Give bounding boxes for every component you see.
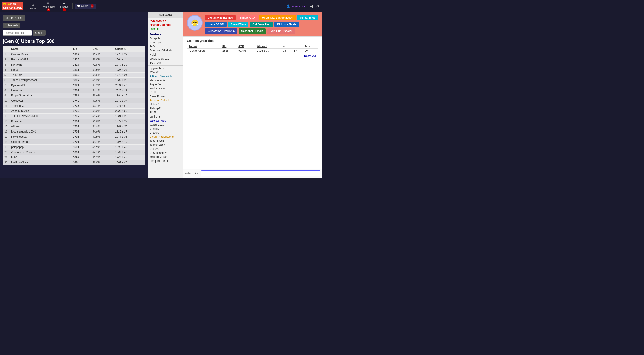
volume-button[interactable]: ◀ bbox=[309, 3, 314, 9]
table-row[interactable]: 12 Az to Kuro Alkz 1731 94.2% 2033 ± 60 bbox=[3, 109, 145, 114]
ladder-close-icon[interactable]: ✕ bbox=[62, 8, 66, 11]
list-item[interactable]: Enrique1 1parce bbox=[148, 159, 183, 163]
table-row[interactable]: 22 NotFalseNora 1691 89.5% 1907 ± 46 bbox=[3, 160, 145, 165]
table-row[interactable]: 19 palapapop 1699 88.9% 1893 ± 42 bbox=[3, 145, 145, 150]
gxe-cell: 92.5% bbox=[90, 62, 113, 67]
room-link-button[interactable]: Kickoff - Finals bbox=[274, 22, 299, 27]
glicko-cell: 1925 ± 39 bbox=[113, 52, 145, 57]
elo-header[interactable]: Elo bbox=[71, 46, 91, 52]
table-row[interactable]: 14 Blue chen 1706 85.0% 1827 ± 27 bbox=[3, 119, 145, 124]
list-item[interactable]: alexis noobie bbox=[148, 78, 183, 82]
table-row[interactable]: 2 Ropalme1914 1827 89.5% 1904 ± 34 bbox=[3, 57, 145, 62]
list-item[interactable]: awrhahwajta bbox=[148, 86, 183, 90]
table-row[interactable]: 10 Golu2002 1741 87.6% 1870 ± 37 bbox=[3, 98, 145, 103]
table-row[interactable]: 16 Mega zygarde-100% 1704 84.0% 1812 ± 2… bbox=[3, 129, 145, 134]
home-icon: ⌂ bbox=[32, 3, 34, 7]
list-item[interactable]: Charuru bbox=[148, 131, 183, 135]
list-item[interactable]: Bisharp22 bbox=[148, 107, 183, 111]
table-row[interactable]: 15 willcow 1705 91.9% 1961 ± 50 bbox=[3, 124, 145, 129]
list-item[interactable]: buni-chan bbox=[148, 115, 183, 119]
name-header[interactable]: Name bbox=[10, 46, 71, 52]
list-item[interactable]: Argon657 bbox=[148, 82, 183, 86]
tab-ubers[interactable]: 💬 Ubers ✕ bbox=[75, 4, 96, 9]
room-link-button[interactable]: Pentathlon - Round 4 bbox=[205, 29, 237, 34]
format-col-header[interactable]: Format bbox=[187, 44, 221, 49]
list-item[interactable]: b1chbo1 bbox=[148, 90, 183, 95]
room-link-button[interactable]: SS Samples bbox=[297, 15, 318, 20]
table-row[interactable]: 4 xdhf3 1813 92.9% 1985 ± 34 bbox=[3, 67, 145, 73]
list-item[interactable]: coonom2357 bbox=[148, 143, 183, 147]
table-row[interactable]: 8 icemaster 1765 94.1% 2023 ± 31 bbox=[3, 88, 145, 93]
glicko-col-header[interactable]: Glicko-1 bbox=[255, 44, 281, 49]
table-row[interactable]: 17 Holy Reduyan 1702 87.9% 1874 ± 36 bbox=[3, 134, 145, 139]
teambuilder-button[interactable]: ✏ Teambuilder ✕ bbox=[39, 0, 58, 12]
chat-input[interactable] bbox=[201, 170, 320, 176]
list-item[interactable]: 22aa22 bbox=[148, 70, 183, 74]
list-item[interactable]: +shrang bbox=[148, 27, 183, 31]
home-button[interactable]: ⌂ Home bbox=[27, 0, 39, 12]
table-row[interactable]: 7 KyogreF4N 1779 94.3% 2031 ± 40 bbox=[3, 83, 145, 88]
list-item[interactable]: EG Jhonx bbox=[148, 61, 183, 65]
list-item[interactable]: A Bread Sandwich bbox=[148, 74, 183, 78]
elo-cell: 1731 bbox=[71, 109, 91, 114]
table-row[interactable]: 18 Glorious Dream 1700 89.4% 1905 ± 49 bbox=[3, 139, 145, 145]
list-item[interactable]: chanmo bbox=[148, 127, 183, 131]
table-row[interactable]: 11 TheNoob3r 1732 91.1% 1941 ± 52 bbox=[3, 103, 145, 109]
table-row[interactable]: 13 THE PERMABANNED 1715 89.4% 1904 ± 36 bbox=[3, 114, 145, 119]
list-item[interactable]: cromagnet bbox=[148, 41, 183, 45]
format-list-button[interactable]: ◄ Format List bbox=[3, 15, 25, 21]
room-link-button[interactable]: Ubers SS VR bbox=[205, 22, 226, 27]
table-row[interactable]: 5 TrueNora 1811 92.5% 1975 ± 34 bbox=[3, 73, 145, 78]
room-link-button[interactable]: Ubers DLC2 Speculation bbox=[259, 15, 296, 20]
room-link-button[interactable]: Join Our Discord! bbox=[267, 29, 295, 34]
room-link-button[interactable]: Simple Q&A bbox=[237, 15, 258, 20]
gxe-cell: 94.2% bbox=[90, 109, 113, 114]
table-row[interactable]: 9 PurpleGatorade ♥ 1762 89.0% 1894 ± 25 bbox=[3, 93, 145, 98]
stats-w: 73 bbox=[281, 49, 292, 53]
list-item[interactable]: Spyro Chris bbox=[148, 66, 183, 70]
reset-wl-link[interactable]: Reset W/L bbox=[304, 54, 317, 58]
table-row[interactable]: 3 NoraF4N 1823 92.5% 1974 ± 29 bbox=[3, 62, 145, 67]
list-item[interactable]: Dr.Sandshrew bbox=[148, 151, 183, 155]
user-link[interactable]: 👤 calyrex rides bbox=[286, 5, 307, 8]
list-item[interactable]: BasedBurner bbox=[148, 95, 183, 99]
add-tab-button[interactable]: + bbox=[96, 4, 102, 9]
list-item[interactable]: Fc04 bbox=[148, 45, 183, 49]
list-item[interactable]: ~Catalystic ♥ bbox=[148, 19, 183, 23]
list-item[interactable]: Scrappie bbox=[148, 37, 183, 41]
room-link-button[interactable]: Old Gens Hub bbox=[250, 22, 273, 27]
ladder-button[interactable]: ≡ Ladder ✕ bbox=[58, 0, 70, 12]
elo-col-header[interactable]: Elo bbox=[221, 44, 236, 49]
gxe-col-header[interactable]: GXE bbox=[236, 44, 255, 49]
room-link-button[interactable]: Dynamax Is Banned bbox=[205, 15, 236, 20]
table-row[interactable]: 6 TannerFrmHghschool 1806 88.3% 1882 ± 3… bbox=[3, 78, 145, 83]
search-input[interactable] bbox=[3, 30, 32, 36]
room-link-button[interactable]: Seasonal - Finals bbox=[238, 29, 266, 34]
list-item[interactable]: ~PurpleGatorade bbox=[148, 23, 183, 27]
settings-button[interactable]: ⚙ bbox=[315, 3, 320, 9]
list-item[interactable]: Nalei bbox=[148, 53, 183, 57]
list-item[interactable]: coco753951 bbox=[148, 139, 183, 143]
list-item[interactable]: calyrex rides bbox=[148, 119, 183, 123]
list-item[interactable]: Cloud That Dragons bbox=[148, 135, 183, 139]
table-row[interactable]: 1 Calyrex Rides 1835 90.4% 1925 ± 39 bbox=[3, 52, 145, 57]
list-item[interactable]: TrueNora bbox=[148, 33, 183, 37]
room-link-button[interactable]: Speed Tiers bbox=[228, 22, 248, 27]
table-row[interactable]: 20 Apocalypse Monarch 1698 87.1% 1862 ± … bbox=[3, 150, 145, 155]
tab-close-icon[interactable]: ✕ bbox=[90, 5, 94, 8]
list-item[interactable]: Gardevoir&Gallade bbox=[148, 49, 183, 53]
list-item[interactable]: caustin1010 bbox=[148, 123, 183, 127]
table-row[interactable]: 21 Fc04 1695 91.2% 1943 ± 48 bbox=[3, 155, 145, 160]
glicko-header[interactable]: Glicko-1 bbox=[113, 46, 145, 52]
list-item[interactable]: pokeblade☆101 bbox=[148, 57, 183, 61]
list-item[interactable]: Bl153 bbox=[148, 111, 183, 115]
gxe-header[interactable]: GXE bbox=[90, 46, 113, 52]
list-item[interactable]: Dockiva bbox=[148, 147, 183, 151]
refresh-button[interactable]: ↻ Refresh bbox=[3, 23, 20, 28]
list-item[interactable]: emperorvolcan bbox=[148, 155, 183, 159]
teambuilder-close-icon[interactable]: ✕ bbox=[47, 8, 50, 12]
name-cell: xdhf3 bbox=[10, 67, 71, 73]
list-item[interactable]: bichboi2 bbox=[148, 103, 183, 107]
list-item[interactable]: Beached Animal bbox=[148, 99, 183, 103]
search-button[interactable]: Search bbox=[33, 30, 46, 36]
